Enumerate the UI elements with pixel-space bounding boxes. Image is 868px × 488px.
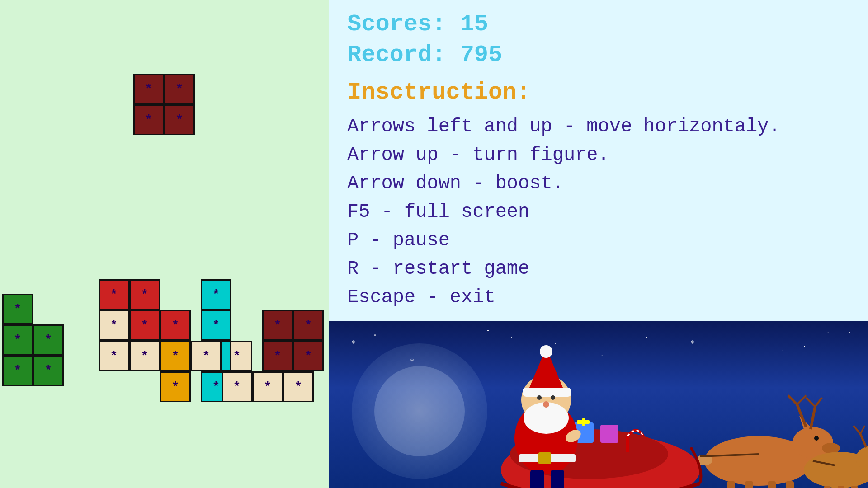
block-r1: * [99, 279, 129, 310]
svg-line-22 [860, 426, 865, 434]
block-dr3: * [262, 341, 293, 371]
santa-svg [329, 321, 868, 488]
record-line: Record: 795 [347, 40, 850, 70]
svg-line-7 [797, 404, 806, 427]
snowflake: · [600, 352, 604, 359]
block-b1: * [99, 310, 129, 341]
instruction-title: Insctruction: [347, 79, 850, 106]
info-top: Scores: 15 Record: 795 Insctruction: Arr… [329, 0, 868, 321]
block-falling-tl: * [133, 74, 164, 104]
block-g3: * [33, 324, 64, 355]
block-b2: * [99, 341, 129, 371]
svg-rect-15 [768, 481, 776, 488]
svg-point-5 [814, 436, 819, 441]
block-falling-bl: * [133, 104, 164, 135]
block-dr4: * [293, 341, 324, 371]
svg-rect-35 [582, 418, 585, 426]
svg-line-12 [815, 398, 822, 407]
block-c1: * [201, 279, 231, 310]
block-r2: * [129, 279, 160, 310]
block-falling-br: * [164, 104, 195, 135]
svg-rect-50 [530, 470, 544, 488]
santa-scene-container: ❄ ❄ · · ❄ · · [329, 321, 868, 488]
block-falling-tr: * [164, 74, 195, 104]
svg-rect-24 [838, 486, 844, 488]
svg-point-1 [374, 366, 465, 456]
block-b7: * [252, 371, 283, 402]
instruction-line-5: P - pause [347, 226, 850, 255]
instruction-line-7: Escape - exit [347, 283, 850, 312]
instruction-body: Arrows left and up - move horizontaly. A… [347, 113, 850, 312]
svg-point-46 [537, 395, 542, 400]
snowflake: · [510, 334, 513, 341]
block-g4: * [2, 355, 33, 386]
snowflake: · [826, 330, 830, 336]
block-b3: * [129, 341, 160, 371]
svg-line-10 [811, 407, 815, 429]
svg-rect-44 [523, 388, 571, 397]
svg-point-45 [540, 345, 552, 358]
snowflake: ❄ [691, 339, 694, 346]
block-r3: * [129, 310, 160, 341]
game-board: * * * * * * * * * * * * * * * * * * * * … [0, 0, 329, 488]
block-b8: * [283, 371, 314, 402]
santa-scene: ❄ ❄ · · ❄ · · [329, 321, 868, 488]
svg-rect-16 [786, 481, 794, 488]
block-r4: * [160, 310, 191, 341]
block-o2: * [160, 371, 191, 402]
scores-line: Scores: 15 [347, 9, 850, 40]
svg-rect-52 [551, 470, 564, 488]
block-g1: * [2, 294, 33, 324]
svg-line-9 [797, 395, 806, 404]
svg-rect-13 [727, 481, 735, 488]
instruction-line-4: F5 - full screen [347, 198, 850, 226]
instruction-line-1: Arrows left and up - move horizontaly. [347, 113, 850, 141]
block-b9: * [191, 341, 222, 371]
block-c2: * [201, 310, 231, 341]
instruction-line-6: R - restart game [347, 255, 850, 283]
svg-line-20 [860, 434, 866, 447]
snowflake: · [781, 348, 784, 354]
svg-line-8 [788, 395, 797, 404]
svg-rect-36 [600, 425, 618, 443]
svg-line-21 [854, 426, 860, 434]
svg-rect-40 [538, 452, 551, 464]
block-g2: * [2, 324, 33, 355]
svg-point-47 [551, 395, 555, 400]
instruction-line-2: Arrow up - turn figure. [347, 141, 850, 169]
block-dr2: * [293, 310, 324, 341]
instruction-line-3: Arrow down - boost. [347, 169, 850, 198]
block-b6: * [222, 371, 252, 402]
svg-rect-23 [824, 486, 830, 488]
block-o1: * [160, 341, 191, 371]
snowflake: ❄ [410, 357, 414, 364]
block-g5: * [33, 355, 64, 386]
svg-point-48 [543, 401, 549, 408]
svg-rect-14 [745, 481, 753, 488]
svg-rect-25 [851, 486, 858, 488]
block-dr1: * [262, 310, 293, 341]
svg-line-11 [806, 398, 815, 407]
info-panel: Scores: 15 Record: 795 Insctruction: Arr… [329, 0, 868, 488]
snowflake: ❄ [352, 339, 355, 346]
